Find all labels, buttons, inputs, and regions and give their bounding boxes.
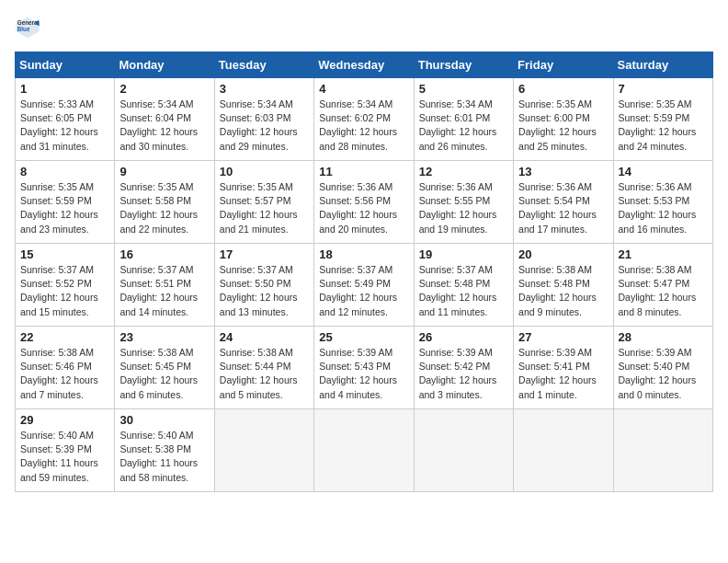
- calendar-week-5: 29 Sunrise: 5:40 AMSunset: 5:39 PMDaylig…: [16, 409, 713, 492]
- day-number: 20: [518, 247, 608, 261]
- calendar-cell: 24 Sunrise: 5:38 AMSunset: 5:44 PMDaylig…: [214, 327, 313, 409]
- day-number: 12: [419, 165, 508, 178]
- weekday-header-friday: Friday: [514, 52, 613, 78]
- day-info: Sunrise: 5:36 AMSunset: 5:54 PMDaylight:…: [518, 180, 608, 236]
- day-info: Sunrise: 5:38 AMSunset: 5:47 PMDaylight:…: [619, 263, 708, 319]
- calendar-cell: 12 Sunrise: 5:36 AMSunset: 5:55 PMDaylig…: [414, 161, 513, 244]
- calendar-cell: 28 Sunrise: 5:39 AMSunset: 5:40 PMDaylig…: [613, 327, 712, 409]
- calendar-week-2: 8 Sunrise: 5:35 AMSunset: 5:59 PMDayligh…: [16, 161, 713, 244]
- day-info: Sunrise: 5:38 AMSunset: 5:46 PMDaylight:…: [20, 346, 109, 402]
- calendar-cell: 9 Sunrise: 5:35 AMSunset: 5:58 PMDayligh…: [115, 161, 214, 244]
- day-number: 2: [119, 82, 209, 96]
- page-header: General Blue: [15, 15, 713, 40]
- calendar-week-3: 15 Sunrise: 5:37 AMSunset: 5:52 PMDaylig…: [16, 244, 713, 327]
- day-info: Sunrise: 5:37 AMSunset: 5:51 PMDaylight:…: [119, 263, 209, 319]
- calendar-cell: 30 Sunrise: 5:40 AMSunset: 5:38 PMDaylig…: [115, 409, 214, 492]
- day-number: 15: [20, 247, 109, 261]
- calendar-cell: 14 Sunrise: 5:36 AMSunset: 5:53 PMDaylig…: [613, 161, 712, 244]
- day-info: Sunrise: 5:34 AMSunset: 6:03 PMDaylight:…: [220, 98, 309, 154]
- day-info: Sunrise: 5:38 AMSunset: 5:48 PMDaylight:…: [518, 263, 608, 319]
- weekday-header-tuesday: Tuesday: [214, 52, 313, 78]
- calendar-cell: 29 Sunrise: 5:40 AMSunset: 5:39 PMDaylig…: [16, 409, 115, 492]
- day-info: Sunrise: 5:37 AMSunset: 5:48 PMDaylight:…: [419, 263, 508, 319]
- day-info: Sunrise: 5:38 AMSunset: 5:44 PMDaylight:…: [220, 346, 309, 402]
- calendar-cell: 6 Sunrise: 5:35 AMSunset: 6:00 PMDayligh…: [514, 78, 613, 161]
- weekday-header-wednesday: Wednesday: [314, 52, 414, 78]
- calendar-cell: 21 Sunrise: 5:38 AMSunset: 5:47 PMDaylig…: [613, 244, 712, 327]
- weekday-header-thursday: Thursday: [414, 52, 513, 78]
- calendar-cell: 25 Sunrise: 5:39 AMSunset: 5:43 PMDaylig…: [314, 327, 414, 409]
- logo-icon: General Blue: [15, 15, 40, 40]
- day-info: Sunrise: 5:39 AMSunset: 5:43 PMDaylight:…: [319, 346, 408, 402]
- day-info: Sunrise: 5:35 AMSunset: 5:59 PMDaylight:…: [619, 98, 708, 154]
- calendar-cell: 8 Sunrise: 5:35 AMSunset: 5:59 PMDayligh…: [16, 161, 115, 244]
- day-info: Sunrise: 5:37 AMSunset: 5:52 PMDaylight:…: [20, 263, 109, 319]
- day-info: Sunrise: 5:36 AMSunset: 5:53 PMDaylight:…: [619, 180, 708, 236]
- day-number: 22: [20, 330, 109, 344]
- weekday-header-sunday: Sunday: [16, 52, 115, 78]
- weekday-header-monday: Monday: [115, 52, 214, 78]
- day-info: Sunrise: 5:35 AMSunset: 5:59 PMDaylight:…: [20, 180, 109, 236]
- calendar-cell: 18 Sunrise: 5:37 AMSunset: 5:49 PMDaylig…: [314, 244, 414, 327]
- calendar-cell: 10 Sunrise: 5:35 AMSunset: 5:57 PMDaylig…: [214, 161, 313, 244]
- calendar-cell: 5 Sunrise: 5:34 AMSunset: 6:01 PMDayligh…: [414, 78, 513, 161]
- day-info: Sunrise: 5:35 AMSunset: 5:58 PMDaylight:…: [119, 180, 209, 236]
- day-info: Sunrise: 5:35 AMSunset: 6:00 PMDaylight:…: [518, 98, 608, 154]
- day-number: 14: [619, 165, 708, 178]
- calendar-cell: 11 Sunrise: 5:36 AMSunset: 5:56 PMDaylig…: [314, 161, 414, 244]
- day-number: 9: [119, 165, 209, 178]
- calendar-cell: 26 Sunrise: 5:39 AMSunset: 5:42 PMDaylig…: [414, 327, 513, 409]
- day-info: Sunrise: 5:34 AMSunset: 6:01 PMDaylight:…: [419, 98, 508, 154]
- logo: General Blue: [15, 15, 44, 40]
- day-info: Sunrise: 5:39 AMSunset: 5:40 PMDaylight:…: [619, 346, 708, 402]
- day-number: 17: [220, 247, 309, 261]
- day-number: 30: [119, 413, 209, 427]
- day-number: 29: [20, 413, 109, 427]
- day-number: 8: [20, 165, 109, 178]
- calendar-cell: [214, 409, 313, 492]
- day-info: Sunrise: 5:39 AMSunset: 5:41 PMDaylight:…: [518, 346, 608, 402]
- day-number: 28: [619, 330, 708, 344]
- day-info: Sunrise: 5:36 AMSunset: 5:55 PMDaylight:…: [419, 180, 508, 236]
- calendar-cell: 19 Sunrise: 5:37 AMSunset: 5:48 PMDaylig…: [414, 244, 513, 327]
- calendar-cell: 27 Sunrise: 5:39 AMSunset: 5:41 PMDaylig…: [514, 327, 613, 409]
- day-info: Sunrise: 5:35 AMSunset: 5:57 PMDaylight:…: [220, 180, 309, 236]
- day-number: 4: [319, 82, 408, 96]
- weekday-header-saturday: Saturday: [613, 52, 712, 78]
- calendar-cell: 7 Sunrise: 5:35 AMSunset: 5:59 PMDayligh…: [613, 78, 712, 161]
- svg-text:Blue: Blue: [17, 26, 30, 32]
- calendar-cell: 13 Sunrise: 5:36 AMSunset: 5:54 PMDaylig…: [514, 161, 613, 244]
- day-info: Sunrise: 5:37 AMSunset: 5:49 PMDaylight:…: [319, 263, 408, 319]
- calendar-cell: 20 Sunrise: 5:38 AMSunset: 5:48 PMDaylig…: [514, 244, 613, 327]
- calendar-week-4: 22 Sunrise: 5:38 AMSunset: 5:46 PMDaylig…: [16, 327, 713, 409]
- calendar-cell: 17 Sunrise: 5:37 AMSunset: 5:50 PMDaylig…: [214, 244, 313, 327]
- calendar-cell: 22 Sunrise: 5:38 AMSunset: 5:46 PMDaylig…: [16, 327, 115, 409]
- calendar-cell: [414, 409, 513, 492]
- day-number: 11: [319, 165, 408, 178]
- day-number: 21: [619, 247, 708, 261]
- calendar-cell: [514, 409, 613, 492]
- day-number: 3: [220, 82, 309, 96]
- day-number: 23: [119, 330, 209, 344]
- day-info: Sunrise: 5:39 AMSunset: 5:42 PMDaylight:…: [419, 346, 508, 402]
- day-info: Sunrise: 5:38 AMSunset: 5:45 PMDaylight:…: [119, 346, 209, 402]
- calendar-cell: 1 Sunrise: 5:33 AMSunset: 6:05 PMDayligh…: [16, 78, 115, 161]
- calendar-table: SundayMondayTuesdayWednesdayThursdayFrid…: [15, 52, 713, 492]
- day-number: 16: [119, 247, 209, 261]
- day-info: Sunrise: 5:40 AMSunset: 5:38 PMDaylight:…: [119, 429, 209, 485]
- day-number: 6: [518, 82, 608, 96]
- day-info: Sunrise: 5:34 AMSunset: 6:04 PMDaylight:…: [119, 98, 209, 154]
- calendar-week-1: 1 Sunrise: 5:33 AMSunset: 6:05 PMDayligh…: [16, 78, 713, 161]
- calendar-cell: 3 Sunrise: 5:34 AMSunset: 6:03 PMDayligh…: [214, 78, 313, 161]
- calendar-cell: [613, 409, 712, 492]
- day-number: 19: [419, 247, 508, 261]
- day-number: 18: [319, 247, 408, 261]
- calendar-cell: [314, 409, 414, 492]
- day-number: 1: [20, 82, 109, 96]
- day-info: Sunrise: 5:33 AMSunset: 6:05 PMDaylight:…: [20, 98, 109, 154]
- day-number: 24: [220, 330, 309, 344]
- day-number: 7: [619, 82, 708, 96]
- day-info: Sunrise: 5:37 AMSunset: 5:50 PMDaylight:…: [220, 263, 309, 319]
- day-info: Sunrise: 5:36 AMSunset: 5:56 PMDaylight:…: [319, 180, 408, 236]
- day-number: 26: [419, 330, 508, 344]
